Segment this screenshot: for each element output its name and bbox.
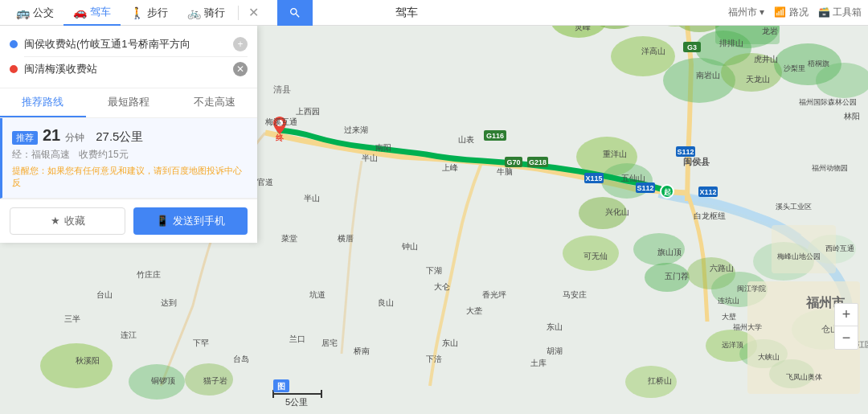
route-item-1[interactable]: 推荐 21 分钟 27.5公里 经：福银高速 收费约15元 提醒您：如果您有任何… xyxy=(0,118,257,199)
svg-text:沙梨里: 沙梨里 xyxy=(784,64,805,72)
svg-text:南阳: 南阳 xyxy=(375,143,391,152)
from-add-btn[interactable]: + xyxy=(233,37,248,51)
tab-walk[interactable]: 🚶 步行 xyxy=(121,0,178,26)
svg-text:清县: 清县 xyxy=(273,84,291,94)
svg-text:居宅: 居宅 xyxy=(321,338,338,347)
svg-text:上峰: 上峰 xyxy=(442,163,458,172)
svg-text:钟山: 钟山 xyxy=(401,242,418,251)
tab-drive-label: 驾车 xyxy=(90,5,111,19)
tab-bike-label: 骑行 xyxy=(204,6,225,20)
route-tab-recommended[interactable]: 推荐路线 xyxy=(0,88,86,117)
tab-bus-label: 公交 xyxy=(33,6,54,20)
search-icon xyxy=(289,6,301,19)
svg-text:终: 终 xyxy=(275,133,285,142)
svg-text:过来湖: 过来湖 xyxy=(344,125,368,134)
svg-text:半山: 半山 xyxy=(304,194,320,203)
svg-text:五仙山: 五仙山 xyxy=(621,174,645,182)
svg-text:横厝: 横厝 xyxy=(338,234,354,243)
svg-text:东山: 东山 xyxy=(547,322,563,331)
svg-text:山表: 山表 xyxy=(458,135,474,144)
zoom-out-button[interactable]: − xyxy=(835,326,858,349)
svg-text:秋溪阳: 秋溪阳 xyxy=(76,356,100,365)
svg-text:台岛: 台岛 xyxy=(233,355,249,363)
svg-text:官道: 官道 xyxy=(257,178,273,187)
svg-text:上西园: 上西园 xyxy=(296,107,320,116)
svg-text:梅溪互通: 梅溪互通 xyxy=(264,117,297,126)
action-buttons: ★ 收藏 📱 发送到手机 xyxy=(0,199,257,243)
svg-text:连坑山: 连坑山 xyxy=(718,297,739,305)
svg-text:排排山: 排排山 xyxy=(719,39,743,47)
close-button[interactable]: ✕ xyxy=(245,5,261,21)
svg-text:洋高山: 洋高山 xyxy=(641,47,665,55)
svg-text:大壁: 大壁 xyxy=(722,313,736,321)
svg-text:大峡山: 大峡山 xyxy=(758,353,780,361)
to-input[interactable]: 闽清梅溪收费站 xyxy=(24,62,227,76)
svg-text:三半: 三半 xyxy=(64,314,80,323)
from-input[interactable]: 闽侯收费站(竹岐互通1号桥南平方向 xyxy=(24,37,227,51)
svg-text:菜堂: 菜堂 xyxy=(281,234,297,243)
svg-text:下罕: 下罕 xyxy=(193,338,209,347)
svg-text:旗山顶: 旗山顶 xyxy=(657,248,682,256)
zoom-in-button[interactable]: + xyxy=(835,304,858,326)
svg-text:虎井山: 虎井山 xyxy=(754,55,778,64)
svg-text:远洋顶: 远洋顶 xyxy=(722,341,743,349)
separator-1 xyxy=(238,6,239,20)
star-icon: ★ xyxy=(51,215,60,227)
from-location-row: 闽侯收费站(竹岐互通1号桥南平方向 + xyxy=(10,34,248,55)
svg-text:G3: G3 xyxy=(687,43,697,51)
bike-icon: 🚲 xyxy=(187,6,201,19)
svg-text:半山: 半山 xyxy=(362,154,378,162)
svg-text:五门荐: 五门荐 xyxy=(665,272,689,281)
collect-button[interactable]: ★ 收藏 xyxy=(10,207,125,235)
svg-text:G116: G116 xyxy=(486,132,504,140)
from-dot xyxy=(10,40,18,48)
svg-text:扛桥山: 扛桥山 xyxy=(647,376,672,385)
svg-text:东山: 东山 xyxy=(442,338,458,347)
svg-text:大仑: 大仑 xyxy=(434,282,450,291)
right-controls: 福州市 ▾ 📶 路况 🗃️ 工具箱 xyxy=(728,6,862,19)
svg-text:龙岩: 龙岩 xyxy=(762,27,778,35)
input-divider xyxy=(24,56,248,57)
route-tab-shortest[interactable]: 最短路程 xyxy=(86,88,172,117)
svg-point-7 xyxy=(611,36,675,76)
tab-bus[interactable]: 🚌 公交 xyxy=(6,0,63,26)
svg-text:S112: S112 xyxy=(677,148,694,156)
route-notice: 提醒您：如果您有任何意见和建议，请到百度地图投诉中心反 xyxy=(12,165,248,190)
svg-text:牛脑: 牛脑 xyxy=(497,167,513,176)
svg-text:重洋山: 重洋山 xyxy=(603,150,627,158)
route-tabs: 推荐路线 最短路程 不走高速 xyxy=(0,88,257,118)
center-label: 驾车 xyxy=(375,0,438,25)
svg-text:可无仙: 可无仙 xyxy=(583,252,608,260)
svg-text:G218: G218 xyxy=(529,158,547,166)
tab-bike[interactable]: 🚲 骑行 xyxy=(178,0,235,26)
svg-text:林阳: 林阳 xyxy=(843,112,860,121)
svg-text:天龙山: 天龙山 xyxy=(746,75,770,84)
svg-text:图: 图 xyxy=(277,382,285,391)
top-bar: 🚌 公交 🚗 驾车 🚶 步行 🚲 骑行 ✕ 驾车 福州市 ▾ 📶 xyxy=(0,0,868,26)
tab-drive[interactable]: 🚗 驾车 xyxy=(63,0,121,26)
svg-text:起: 起 xyxy=(663,188,672,196)
svg-text:台山: 台山 xyxy=(96,290,113,299)
svg-text:坑道: 坑道 xyxy=(309,290,326,299)
input-section: 闽侯收费站(竹岐互通1号桥南平方向 + 闽清梅溪收费站 ✕ xyxy=(0,26,257,88)
city-selector[interactable]: 福州市 ▾ xyxy=(728,6,764,19)
svg-text:闽江学院: 闽江学院 xyxy=(737,285,766,293)
send-to-phone-button[interactable]: 📱 发送到手机 xyxy=(133,207,248,235)
svg-text:福州大学: 福州大学 xyxy=(733,323,762,331)
route-via: 经：福银高速 收费约15元 xyxy=(12,148,248,162)
drive-icon: 🚗 xyxy=(73,6,87,18)
tools-menu[interactable]: 🗃️ 工具箱 xyxy=(818,6,862,19)
route-item-header: 推荐 21 分钟 27.5公里 xyxy=(12,126,248,145)
route-tab-no-highway[interactable]: 不走高速 xyxy=(171,88,257,117)
road-condition[interactable]: 📶 路况 xyxy=(774,6,808,19)
svg-text:飞凤山奥体: 飞凤山奥体 xyxy=(786,373,822,381)
to-location-row: 闽清梅溪收费站 ✕ xyxy=(10,59,248,80)
svg-text:桥南: 桥南 xyxy=(353,346,370,355)
search-button[interactable] xyxy=(277,0,313,26)
svg-text:福州动物园: 福州动物园 xyxy=(812,164,848,172)
to-clear-btn[interactable]: ✕ xyxy=(233,62,248,76)
svg-point-26 xyxy=(40,343,113,388)
left-panel: 闽侯收费站(竹岐互通1号桥南平方向 + 闽清梅溪收费站 ✕ 推荐路线 最短路程 … xyxy=(0,26,257,243)
svg-text:G70: G70 xyxy=(506,158,520,166)
svg-text:福州国际森林公园: 福州国际森林公园 xyxy=(799,98,857,106)
